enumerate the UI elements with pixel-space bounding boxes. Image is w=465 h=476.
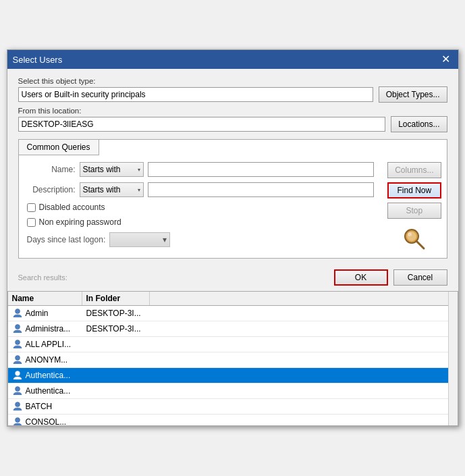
object-types-button[interactable]: Object Types...: [379, 86, 447, 103]
description-dropdown-value: Starts with: [83, 185, 121, 194]
row-name: CONSOL...: [26, 417, 67, 425]
location-section: From this location: Locations...: [18, 107, 447, 132]
queries-left: Name: Starts with ▾ Description: Starts …: [19, 155, 383, 258]
magnifier-icon: [402, 227, 427, 251]
svg-point-12: [15, 371, 20, 376]
ok-button[interactable]: OK: [334, 269, 388, 286]
user-icon: [12, 417, 23, 425]
common-queries-panel: Common Queries Name: Starts with ▾ Des: [18, 139, 447, 259]
svg-point-6: [15, 325, 20, 329]
user-icon-cell: Authentica...: [8, 368, 82, 383]
row-folder: [82, 358, 150, 362]
search-icon-area: [387, 227, 441, 251]
user-icon-cell: Authentica...: [8, 384, 82, 398]
description-query-row: Description: Starts with ▾: [27, 182, 375, 197]
table-row[interactable]: ALL APPLI...: [8, 337, 448, 352]
table-row[interactable]: CONSOL...: [8, 415, 448, 425]
row-name: ALL APPLI...: [26, 340, 72, 349]
results-rows: AdminDESKTOP-3I... Administra...DESKTOP-…: [8, 306, 448, 425]
description-query-input[interactable]: [148, 182, 375, 197]
title-bar: Select Users ✕: [7, 50, 458, 69]
row-name: Authentica...: [26, 371, 71, 380]
disabled-accounts-checkbox[interactable]: [27, 203, 36, 212]
description-dropdown-arrow: ▾: [138, 187, 140, 193]
user-icon: [12, 339, 23, 350]
col-name-header: Name: [8, 292, 82, 305]
svg-point-18: [15, 418, 20, 423]
row-folder: [82, 404, 150, 408]
user-icon-cell: Admin: [8, 306, 82, 321]
row-name: BATCH: [26, 402, 53, 411]
name-dropdown-value: Starts with: [83, 165, 121, 174]
row-name: Authentica...: [26, 386, 71, 396]
days-since-logon-label: Days since last logon:: [27, 235, 106, 244]
location-row: Locations...: [18, 116, 447, 132]
row-name: Administra...: [26, 324, 71, 334]
name-dropdown-arrow: ▾: [138, 167, 140, 173]
user-icon: [12, 370, 23, 381]
col-folder-header: In Folder: [82, 292, 150, 305]
table-row[interactable]: Authentica...: [8, 384, 448, 399]
non-expiring-checkbox[interactable]: [27, 218, 36, 227]
disabled-accounts-label: Disabled accounts: [39, 203, 105, 212]
table-row[interactable]: ANONYM...: [8, 352, 448, 368]
user-icon-cell: BATCH: [8, 399, 82, 414]
results-container: Name In Folder AdminDESKTOP-3I... Admini…: [7, 291, 458, 426]
svg-point-3: [408, 232, 412, 236]
scrollbar[interactable]: [448, 292, 458, 425]
row-folder: [82, 373, 150, 377]
dialog-body: Select this object type: Object Types...…: [7, 69, 458, 264]
search-results-label: Search results:: [18, 273, 67, 282]
description-starts-with-dropdown[interactable]: Starts with ▾: [80, 182, 144, 197]
dialog-title: Select Users: [13, 55, 63, 65]
location-label: From this location:: [18, 107, 447, 115]
queries-outer: Name: Starts with ▾ Description: Starts …: [19, 155, 447, 258]
name-query-row: Name: Starts with ▾: [27, 162, 375, 177]
svg-point-4: [15, 309, 20, 314]
location-input[interactable]: [18, 117, 386, 132]
row-folder: [82, 342, 150, 346]
non-expiring-row: Non expiring password: [27, 217, 375, 227]
close-button[interactable]: ✕: [439, 54, 453, 65]
table-row[interactable]: AdminDESKTOP-3I...: [8, 306, 448, 321]
svg-point-8: [15, 340, 20, 345]
find-now-button[interactable]: Find Now: [387, 182, 441, 199]
svg-point-16: [15, 402, 20, 407]
cancel-button[interactable]: Cancel: [393, 269, 447, 286]
object-type-section: Select this object type: Object Types...: [18, 77, 447, 103]
stop-button[interactable]: Stop: [387, 203, 441, 219]
select-users-dialog: Select Users ✕ Select this object type: …: [7, 49, 459, 427]
name-query-label: Name:: [27, 165, 76, 174]
non-expiring-label: Non expiring password: [39, 217, 121, 227]
row-name: ANONYM...: [26, 355, 68, 365]
description-query-label: Description:: [27, 185, 76, 194]
user-icon: [12, 308, 23, 319]
results-inner: Name In Folder AdminDESKTOP-3I... Admini…: [8, 292, 458, 425]
user-icon-cell: Administra...: [8, 321, 82, 336]
object-type-row: Object Types...: [18, 86, 447, 103]
table-row[interactable]: BATCH: [8, 399, 448, 415]
user-icon: [12, 386, 23, 396]
row-folder: [82, 420, 150, 424]
days-since-logon-dropdown[interactable]: ▾: [109, 232, 170, 247]
row-folder: DESKTOP-3I...: [82, 322, 150, 336]
user-icon: [12, 401, 23, 412]
table-row[interactable]: Administra...DESKTOP-3I...: [8, 321, 448, 337]
svg-point-10: [15, 356, 20, 361]
row-folder: [82, 389, 150, 393]
common-queries-tab[interactable]: Common Queries: [19, 140, 99, 155]
table-row[interactable]: Authentica...: [8, 368, 448, 384]
user-icon-cell: ALL APPLI...: [8, 337, 82, 352]
name-starts-with-dropdown[interactable]: Starts with ▾: [80, 162, 144, 177]
disabled-accounts-row: Disabled accounts: [27, 203, 375, 212]
queries-right-panel: Columns... Find Now Stop: [382, 155, 446, 258]
row-folder: DESKTOP-3I...: [82, 307, 150, 320]
columns-button[interactable]: Columns...: [387, 162, 441, 178]
dialog-footer: Search results: OK Cancel: [7, 264, 458, 291]
object-type-input[interactable]: [18, 87, 373, 102]
user-icon: [12, 323, 23, 334]
user-icon-cell: CONSOL...: [8, 415, 82, 425]
name-query-input[interactable]: [148, 162, 375, 177]
days-since-logon-row: Days since last logon: ▾: [27, 232, 375, 247]
locations-button[interactable]: Locations...: [391, 116, 447, 132]
